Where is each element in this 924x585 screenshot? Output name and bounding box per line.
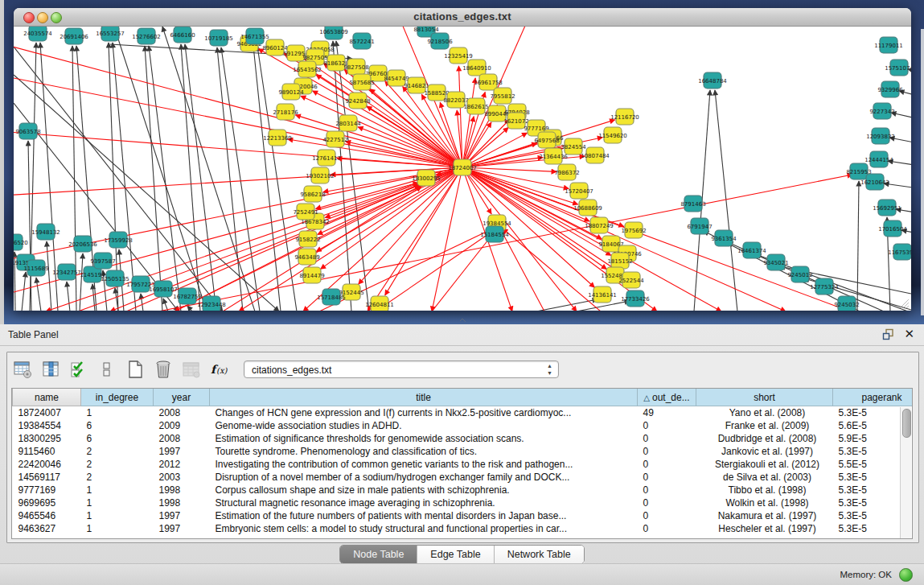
graph-node-yellow[interactable]: 7986372 (554, 164, 579, 180)
column-header-name[interactable]: name (13, 389, 81, 406)
graph-node-teal[interactable]: 15692951 (873, 200, 901, 216)
graph-node-teal[interactable]: 16553257 (96, 27, 125, 41)
column-header-title[interactable]: title (210, 389, 638, 406)
table-row[interactable]: 946362711997Embryonic stem cells: a mode… (13, 522, 914, 535)
table-row[interactable]: 1938455462009Genome-wide association stu… (13, 419, 914, 432)
graph-node-yellow[interactable]: 9890124 (278, 84, 304, 100)
node-table[interactable]: namein_degreeyeartitle△out_de...shortpag… (11, 388, 913, 539)
graph-node-yellow[interactable]: 9586218 (300, 186, 325, 202)
graph-node-teal[interactable]: 11179011 (874, 37, 903, 53)
graph-node-teal[interactable]: 17016504 (878, 220, 907, 237)
graph-node-teal[interactable]: 6466160 (170, 27, 195, 43)
resize-grip-icon[interactable] (898, 298, 910, 309)
delete-table-icon[interactable] (153, 359, 174, 380)
graph-node-yellow[interactable]: 10688609 (573, 200, 602, 216)
table-row[interactable]: 977716911998Corpus callosum shape and si… (13, 484, 914, 496)
splitter-handle-icon[interactable] (459, 318, 466, 323)
column-header-short[interactable]: short (696, 389, 833, 406)
graph-node-yellow[interactable]: 6497568 (534, 132, 559, 148)
function-builder-icon[interactable]: f(x) (209, 359, 230, 380)
column-header-year[interactable]: year (154, 389, 210, 406)
graph-node-yellow[interactable]: 9242848 (345, 93, 370, 109)
graph-node-teal[interactable]: 6791947 (687, 218, 712, 234)
column-header-indegree[interactable]: in_degree (81, 389, 154, 406)
column-header-pagerank[interactable]: pagerank (833, 389, 914, 406)
network-canvas[interactable]: 1872400794638228960124591295425226058982… (14, 27, 911, 311)
graph-node-teal[interactable]: 1115689 (23, 260, 48, 276)
graph-node-yellow[interactable]: 19302102 (306, 167, 335, 183)
table-row[interactable]: 1830029562008Estimation of significance … (13, 432, 914, 445)
table-row[interactable]: 1872400712008Changes of HCN gene express… (13, 406, 914, 420)
graph-node-teal[interactable]: 9361354 (711, 230, 737, 246)
graph-node-yellow[interactable]: 7252491 (293, 204, 318, 220)
graph-node-teal[interactable]: 9063578 (15, 123, 40, 139)
column-edit-icon[interactable] (40, 359, 61, 380)
graph-node-teal[interactable]: 9245012 (787, 266, 812, 282)
tab-network-table[interactable]: Network Table (495, 546, 584, 563)
graph-node-teal[interactable]: 15751074 (885, 60, 911, 76)
graph-node-teal[interactable]: 15276602 (132, 28, 161, 44)
graph-node-yellow[interactable]: 8914479 (299, 267, 324, 283)
graph-node-yellow[interactable]: 9158222 (295, 231, 320, 247)
graph-node-teal[interactable]: 17359928 (104, 232, 133, 248)
graph-node-teal[interactable]: 24035574 (23, 27, 52, 41)
graph-node-teal[interactable]: 10653809 (319, 27, 348, 39)
graph-node-teal[interactable]: 20306520 (14, 234, 28, 250)
graph-node-yellow[interactable]: 11549620 (598, 127, 627, 143)
graph-node-teal[interactable]: 9329966 (877, 81, 903, 97)
tab-node-table[interactable]: Node Table (340, 546, 417, 563)
column-header-outde[interactable]: △out_de... (638, 389, 696, 406)
graph-node-teal[interactable]: 12444154 (864, 151, 893, 167)
table-settings-icon[interactable] (12, 359, 33, 380)
graph-node-teal[interactable]: 11675398 (888, 244, 911, 260)
graph-node-yellow[interactable]: 18807249 (585, 217, 614, 233)
table-row[interactable]: 969969511998Structural magnetic resonanc… (13, 496, 914, 509)
graph-node-yellow[interactable]: 2522544 (618, 272, 644, 288)
graph-node-yellow[interactable]: 2718176 (273, 104, 298, 120)
network-window[interactable]: citations_edges.txt 18724007946382289601… (14, 8, 911, 311)
graph-node-yellow[interactable]: 7955812 (490, 88, 515, 104)
graph-node-yellow[interactable]: 4227512 (322, 131, 347, 147)
graph-node-teal[interactable]: 9345021 (763, 254, 788, 270)
tab-edge-table[interactable]: Edge Table (417, 546, 494, 563)
network-window-titlebar[interactable]: citations_edges.txt (14, 8, 911, 27)
graph-node-yellow[interactable]: 12213369 (263, 130, 292, 146)
graph-node-teal[interactable]: 18461374 (737, 242, 766, 258)
graph-node-yellow[interactable]: 15720407 (565, 183, 593, 199)
table-row[interactable]: 946554611997Estimation of the future num… (13, 509, 914, 522)
graph-node-yellow[interactable]: 5875685 (349, 74, 374, 90)
graph-node-teal[interactable]: 10719185 (204, 30, 233, 46)
svg-text:9361354: 9361354 (711, 236, 737, 242)
graph-node-yellow[interactable]: 9463489 (294, 249, 319, 265)
table-scrollbar[interactable] (900, 407, 911, 538)
graph-node-yellow[interactable]: 12116720 (610, 109, 639, 125)
table-scrollbar-thumb[interactable] (902, 409, 911, 438)
graph-node-teal[interactable]: 20691406 (60, 28, 88, 44)
table-row[interactable]: 1456911722003Disruption of a novel membe… (13, 471, 914, 484)
graph-node-teal[interactable]: 9218506 (427, 33, 453, 49)
graph-node-teal[interactable]: 9227343 (869, 103, 894, 119)
table-row[interactable]: 911546021997Tourette syndrome. Phenomeno… (13, 445, 914, 458)
graph-node-teal[interactable]: 12093832 (866, 128, 895, 144)
graph-node-yellow[interactable]: 1815152 (607, 253, 632, 269)
table-selector-dropdown[interactable]: citations_edges.txt▲▼ (244, 360, 559, 378)
graph-node-teal[interactable]: 12342757 (52, 264, 81, 280)
close-panel-icon[interactable]: ✕ (904, 328, 914, 340)
graph-node-teal[interactable]: 9397587 (90, 253, 115, 269)
import-table-disabled-icon[interactable] (181, 359, 202, 380)
table-row[interactable]: 2242004622012Investigating the contribut… (13, 458, 914, 471)
graph-node-teal[interactable]: 8791463 (680, 196, 705, 212)
graph-node-teal[interactable]: 15948132 (31, 224, 60, 240)
graph-node-teal[interactable]: 9245032 (834, 296, 859, 311)
graph-node-teal[interactable]: 16648784 (698, 72, 727, 89)
graph-node-teal[interactable]: 20206536 (68, 236, 97, 252)
graph-node-teal[interactable]: 8572241 (349, 33, 374, 49)
row-height-icon[interactable] (97, 359, 117, 380)
new-table-icon[interactable] (125, 359, 146, 380)
graph-node-yellow[interactable]: 12761417 (312, 150, 341, 166)
float-panel-icon[interactable] (882, 328, 895, 341)
graph-node-yellow[interactable]: 1975692 (621, 222, 646, 238)
select-rows-icon[interactable] (68, 359, 89, 380)
graph-node-teal[interactable]: 17733426 (621, 290, 650, 307)
graph-node-yellow[interactable]: 2803144 (335, 115, 361, 131)
